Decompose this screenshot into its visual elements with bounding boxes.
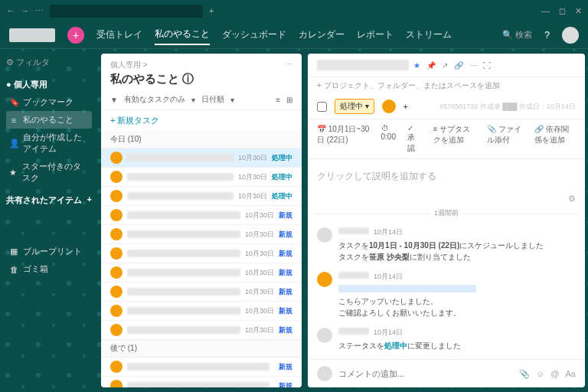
- add-assignee[interactable]: +: [403, 103, 408, 111]
- tab-inbox[interactable]: 受信トレイ: [96, 25, 142, 44]
- comment-input[interactable]: [338, 369, 513, 378]
- brand-logo: [9, 28, 55, 42]
- task-row[interactable]: 10月30日処理中: [101, 168, 302, 187]
- view-list-icon[interactable]: ≡: [276, 96, 280, 104]
- filter-icon-2[interactable]: ⚙: [308, 194, 585, 204]
- emoji-icon[interactable]: ☺: [536, 369, 544, 379]
- expand-icon[interactable]: ⛶: [483, 61, 491, 70]
- sidebar: ⚙ フィルタ ● 個人専用 🔖ブックマーク≡私のやること👤自分が作成したアイテム…: [0, 49, 98, 392]
- task-title[interactable]: [317, 60, 409, 70]
- attach-icon[interactable]: 📎: [519, 369, 530, 379]
- task-row[interactable]: 10月30日新規: [101, 206, 302, 225]
- new-task-button[interactable]: + 新規タスク: [101, 110, 302, 131]
- min-icon[interactable]: —: [541, 6, 550, 16]
- time-separator: 1週間前: [308, 204, 585, 223]
- approve-link[interactable]: ✓ 承認: [407, 124, 423, 154]
- my-avatar: [317, 366, 332, 381]
- filter-valid[interactable]: 有効なタスクのみ: [124, 94, 185, 105]
- sidebar-item[interactable]: ▦ブループリント: [6, 243, 92, 260]
- sidebar-item[interactable]: 👤自分が作成したアイテム: [6, 129, 92, 158]
- task-row[interactable]: 10月30日新規: [101, 244, 302, 263]
- time-track[interactable]: ⏱ 0:00: [381, 124, 397, 154]
- task-row[interactable]: 10月30日処理中: [101, 149, 302, 168]
- activity-1: 10月14日 タスクを10月1日 - 10月30日 (22日)にスケジュールしま…: [308, 223, 585, 267]
- share-icon[interactable]: ↗: [442, 61, 448, 70]
- url-input[interactable]: [50, 5, 203, 18]
- list-more-icon[interactable]: ⋯: [285, 60, 292, 70]
- pin-icon[interactable]: 📌: [426, 61, 436, 70]
- sidebar-item[interactable]: 🗑ゴミ箱: [6, 260, 92, 278]
- sidebar-item[interactable]: ★スター付きのタスク: [6, 158, 92, 187]
- more-icon[interactable]: ⋯: [35, 6, 44, 16]
- mention-icon[interactable]: @: [550, 369, 559, 379]
- help-icon[interactable]: ?: [544, 30, 550, 41]
- attach-link[interactable]: 📎 ファイル添付: [487, 124, 524, 154]
- attachment[interactable]: [338, 285, 476, 292]
- max-icon[interactable]: ◻: [559, 6, 566, 16]
- close-icon[interactable]: ✕: [575, 6, 582, 16]
- section-personal: ● 個人専用: [6, 79, 92, 90]
- activity-2: 10月14日 ステータスを処理中に変更しました: [308, 323, 585, 356]
- task-row[interactable]: 10月30日新規: [101, 263, 302, 283]
- filter-label[interactable]: ⚙ フィルタ: [6, 57, 50, 68]
- breadcrumb[interactable]: 個人専用 >: [110, 60, 148, 70]
- comment-1: 10月14日 こちらアップいたしました。ご確認よろしくお願いいたします。: [308, 267, 585, 323]
- fwd-icon[interactable]: →: [21, 6, 29, 15]
- depend-link[interactable]: 🔗 依存関係を追加: [534, 124, 576, 154]
- status-dropdown[interactable]: 処理中 ▾: [335, 99, 374, 114]
- task-detail-panel: ★ 📌 ↗ 🔗 ⋯ ⛶ + プロジェクト、フォルダー、またはスペースを追加 処理…: [308, 54, 585, 387]
- star-icon[interactable]: ★: [413, 61, 420, 70]
- tab-stream[interactable]: ストリーム: [406, 25, 452, 44]
- search-link[interactable]: 🔍 検索: [502, 29, 532, 41]
- task-row[interactable]: 10月30日新規: [101, 302, 302, 321]
- tab-mytodo[interactable]: 私のやること: [155, 24, 210, 45]
- comment-text: こちらアップいたしました。ご確認よろしくお願いいたします。: [338, 296, 576, 318]
- user-name: [338, 272, 369, 279]
- group-today: 今日 (10): [101, 131, 302, 149]
- plus-icon[interactable]: +: [209, 6, 214, 15]
- task-row[interactable]: 新規: [101, 377, 302, 387]
- task-list-panel: 個人専用 >⋯ 私のやること ⓘ ▼ 有効なタスクのみ▾ 日付順▾ ≡ ⊞ + …: [101, 54, 302, 387]
- detail-more-icon[interactable]: ⋯: [469, 61, 477, 70]
- activity-text: ステータスを処理中に変更しました: [338, 340, 461, 351]
- assignee-avatar[interactable]: [382, 100, 396, 113]
- subtask-link[interactable]: ≡ サブタスクを追加: [433, 124, 477, 154]
- link-icon[interactable]: 🔗: [454, 61, 463, 70]
- format-icon[interactable]: Aa: [566, 369, 576, 379]
- task-row[interactable]: 10月30日処理中: [101, 187, 302, 206]
- date-range[interactable]: 📅 10月1日~30日 (22日): [317, 124, 371, 154]
- user-name: [338, 227, 369, 234]
- task-row[interactable]: 10月30日新規: [101, 283, 302, 302]
- task-row[interactable]: 10月30日新規: [101, 321, 302, 340]
- sidebar-item[interactable]: ≡私のやること: [6, 111, 92, 129]
- tab-report[interactable]: レポート: [357, 25, 394, 44]
- view-grid-icon[interactable]: ⊞: [286, 96, 292, 104]
- avatar: [317, 227, 332, 243]
- avatar: [317, 328, 332, 343]
- tab-calendar[interactable]: カレンダー: [299, 25, 345, 44]
- topnav: + 受信トレイ 私のやること ダッシュボード カレンダー レポート ストリーム …: [0, 21, 588, 49]
- task-meta: #576501726 作成者 ███ 作成日：10月14日: [439, 102, 576, 112]
- sidebar-item[interactable]: 🔖ブックマーク: [6, 93, 92, 111]
- add-button[interactable]: +: [67, 27, 84, 44]
- section-shared[interactable]: 共有されたアイテム+: [6, 194, 92, 206]
- list-title: 私のやること ⓘ: [110, 72, 292, 87]
- filter-date[interactable]: 日付順: [201, 94, 224, 105]
- titlebar: ← → ⋯ + — ◻ ✕: [0, 0, 588, 21]
- task-complete-checkbox[interactable]: [317, 102, 327, 112]
- description-area[interactable]: クリックして説明を追加する: [308, 159, 585, 194]
- back-icon[interactable]: ←: [6, 6, 15, 15]
- tab-dashboard[interactable]: ダッシュボード: [222, 25, 286, 44]
- filter-icon[interactable]: ▼: [110, 96, 118, 104]
- add-project-link[interactable]: + プロジェクト、フォルダー、またはスペースを追加: [308, 77, 585, 94]
- avatar: [317, 272, 332, 287]
- user-avatar[interactable]: [562, 27, 579, 44]
- activity-text: タスクを10月1日 - 10月30日 (22日)にスケジュールしましたタスクを笹…: [338, 240, 544, 263]
- task-row[interactable]: 10月30日新規: [101, 225, 302, 244]
- group-later: 後で (1): [101, 340, 302, 358]
- task-row[interactable]: 新規: [101, 358, 302, 377]
- user-name: [338, 328, 369, 335]
